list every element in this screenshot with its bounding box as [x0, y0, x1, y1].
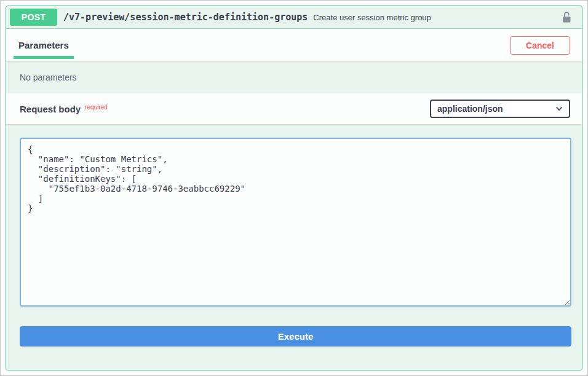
- method-badge: POST: [10, 9, 57, 26]
- tab-parameters[interactable]: Parameters: [14, 29, 74, 61]
- request-body-header: Request bodyrequired application/json: [6, 93, 582, 124]
- unlocked-icon[interactable]: [560, 10, 573, 24]
- execute-button[interactable]: Execute: [20, 326, 571, 347]
- request-body-label: Request body: [20, 104, 81, 114]
- required-badge: required: [85, 104, 108, 111]
- endpoint-description: Create user session metric group: [313, 13, 560, 22]
- request-body-label-group: Request bodyrequired: [20, 104, 108, 114]
- cancel-button[interactable]: Cancel: [510, 36, 570, 55]
- execute-button-row: Execute: [6, 326, 582, 359]
- operation-summary[interactable]: POST /v7-preview/session-metric-definiti…: [6, 6, 582, 29]
- request-body-section: { "name": "Custom Metrics", "description…: [6, 124, 582, 326]
- content-type-select[interactable]: application/json: [430, 100, 570, 118]
- tab-bar: Parameters Cancel: [6, 29, 582, 61]
- tab-parameters-label: Parameters: [18, 40, 69, 50]
- content-type-select-wrapper: application/json: [430, 100, 570, 118]
- opblock-post: POST /v7-preview/session-metric-definiti…: [6, 6, 582, 370]
- active-tab-underline: [14, 56, 74, 59]
- swagger-operation-panel: POST /v7-preview/session-metric-definiti…: [0, 0, 588, 376]
- no-parameters-message: No parameters: [6, 61, 582, 93]
- endpoint-path: /v7-preview/session-metric-definition-gr…: [63, 12, 308, 23]
- unlocked-icon-glyph: [560, 10, 573, 24]
- request-body-editor[interactable]: { "name": "Custom Metrics", "description…: [20, 138, 571, 307]
